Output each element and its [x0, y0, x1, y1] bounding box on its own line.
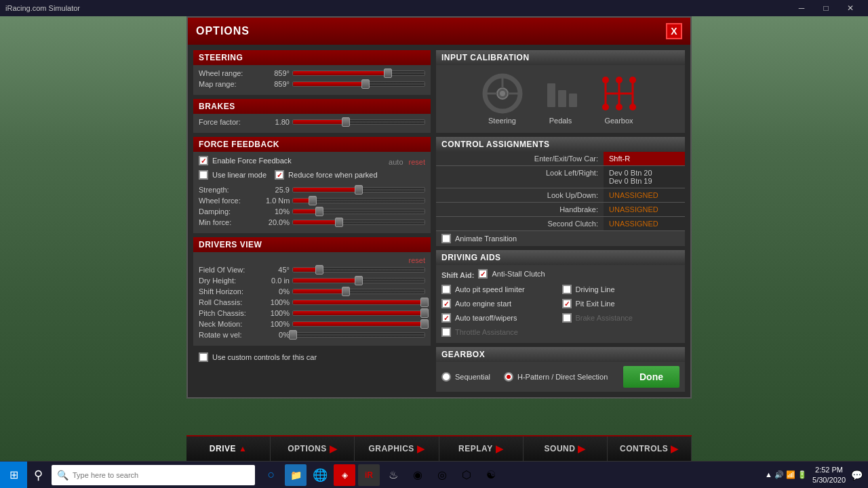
dry-height-slider[interactable] — [292, 278, 425, 283]
pitch-chassis-slider[interactable] — [292, 310, 425, 316]
reduce-force-checkbox[interactable] — [275, 170, 284, 180]
wheel-range-slider[interactable] — [292, 70, 425, 76]
anti-stall-label: Anti-Stall Clutch — [492, 270, 545, 278]
driving-line-checkbox[interactable] — [562, 285, 572, 294]
brake-assist-row: Brake Assistance — [562, 313, 680, 323]
nav-drive[interactable]: DRIVE ▲ — [186, 436, 271, 461]
taskbar-app2-icon[interactable]: ◉ — [407, 464, 429, 486]
damping-row: Damping: 10% — [199, 207, 425, 216]
auto-tearoff-checkbox[interactable] — [441, 313, 451, 323]
nav-graphics[interactable]: GRAPHICS ▶ — [355, 436, 439, 461]
hpattern-label: H-Pattern / Direct Selection — [517, 373, 608, 381]
damping-slider[interactable] — [292, 209, 425, 214]
input-cal-header: INPUT CALIBRATION — [436, 50, 685, 65]
wheel-force-slider[interactable] — [292, 198, 425, 203]
nav-sound[interactable]: SOUND ▶ — [524, 436, 608, 461]
table-row: Enter/Exit/Tow Car: Shft-R — [436, 152, 685, 166]
ff-reset-button[interactable]: reset — [409, 158, 425, 166]
nav-options[interactable]: OPTIONS ▶ — [271, 436, 355, 461]
taskbar-iracing-icon[interactable]: iR — [358, 464, 380, 486]
pedals-cal-button[interactable]: Pedals — [534, 70, 587, 127]
auto-pit-checkbox[interactable] — [441, 285, 451, 294]
nav-drive-label: DRIVE — [210, 444, 236, 453]
assignment-value[interactable]: Shft-R — [604, 152, 685, 165]
brake-assist-checkbox[interactable] — [562, 313, 572, 323]
sequential-label: Sequential — [455, 373, 490, 381]
brakes-section: BRAKES Force factor: 1.80 — [193, 99, 431, 133]
nav-controls[interactable]: CONTROLS ▶ — [608, 436, 692, 461]
input-cal-body: Steering Pedals — [436, 65, 685, 133]
sequential-radio[interactable] — [441, 372, 451, 382]
gearbox-cal-button[interactable]: Gearbox — [593, 70, 646, 127]
search-input[interactable] — [73, 471, 250, 479]
maximize-button[interactable]: □ — [814, 0, 838, 16]
search-icon: ⚲ — [27, 464, 49, 486]
dialog-close-button[interactable]: X — [666, 23, 682, 39]
dialog-title: OPTIONS — [196, 25, 250, 37]
taskbar-app3-icon[interactable]: ◎ — [431, 464, 453, 486]
animate-transition-row: Animate Transition — [436, 231, 685, 246]
notification-icon[interactable]: 💬 — [851, 470, 863, 481]
assignment-value[interactable]: Dev 0 Btn 20Dev 0 Btn 19 — [604, 166, 685, 188]
pit-exit-checkbox[interactable] — [562, 299, 572, 308]
shift-horizon-slider[interactable] — [292, 289, 425, 294]
minimize-button[interactable]: ─ — [789, 0, 814, 16]
wheel-force-value: 1.0 Nm — [266, 197, 290, 205]
dry-height-row: Dry Height: 0.0 in — [199, 277, 425, 285]
drivers-view-reset-button[interactable]: reset — [199, 256, 425, 264]
table-row: Handbrake: UNASSIGNED — [436, 203, 685, 217]
neck-motion-slider[interactable] — [292, 321, 425, 327]
fov-slider[interactable] — [292, 267, 425, 272]
shift-horizon-value: 0% — [266, 287, 290, 296]
drivers-view-body: reset Field Of View: 45° Dry Height: 0.0… — [193, 252, 431, 346]
auto-engine-checkbox[interactable] — [441, 299, 451, 308]
linear-mode-checkbox[interactable] — [199, 170, 208, 180]
map-range-row: Map range: 859° — [199, 80, 425, 88]
taskbar-app1-icon[interactable]: ◈ — [334, 464, 355, 486]
auto-pit-label: Auto pit speed limiter — [455, 285, 525, 293]
steering-cal-button[interactable]: Steering — [476, 70, 529, 127]
animate-transition-checkbox[interactable] — [441, 234, 451, 243]
nav-replay[interactable]: REPLAY ▶ — [439, 436, 524, 461]
steering-section: STEERING Wheel range: 859° Map range: 85… — [193, 50, 431, 95]
taskbar-cortana-icon[interactable]: ○ — [260, 464, 282, 486]
pitch-chassis-row: Pitch Chassis: 100% — [199, 309, 425, 317]
strength-value: 25.9 — [266, 186, 290, 194]
map-range-slider[interactable] — [292, 81, 425, 87]
svg-rect-7 — [558, 90, 566, 107]
window-controls: ─ □ ✕ — [789, 0, 863, 16]
table-row: Second Clutch: UNASSIGNED — [436, 217, 685, 231]
hpattern-radio[interactable] — [504, 372, 513, 382]
anti-stall-checkbox[interactable] — [478, 269, 488, 279]
nav-options-label: OPTIONS — [288, 444, 327, 453]
fov-row: Field Of View: 45° — [199, 266, 425, 274]
strength-slider[interactable] — [292, 187, 425, 192]
assignment-value[interactable]: UNASSIGNED — [604, 188, 685, 202]
date-display: 5/30/2020 — [812, 475, 846, 485]
custom-controls-checkbox[interactable] — [199, 352, 208, 362]
start-button[interactable]: ⊞ — [0, 462, 27, 489]
taskbar-steam-icon[interactable]: ♨ — [382, 464, 404, 486]
replay-arrow-icon: ▶ — [496, 443, 504, 454]
taskbar-app5-icon[interactable]: ☯ — [480, 464, 502, 486]
sequential-row: Sequential — [441, 372, 490, 382]
taskbar-chrome-icon[interactable]: 🌐 — [309, 464, 331, 486]
assignment-value[interactable]: UNASSIGNED — [604, 203, 685, 216]
throttle-assist-checkbox[interactable] — [441, 327, 451, 337]
dialog-content: STEERING Wheel range: 859° Map range: 85… — [188, 45, 690, 397]
roll-chassis-slider[interactable] — [292, 300, 425, 305]
strength-label: Strength: — [199, 186, 263, 194]
assignment-value[interactable]: UNASSIGNED — [604, 217, 685, 230]
taskbar-explorer-icon[interactable]: 📁 — [285, 464, 307, 486]
min-force-slider[interactable] — [292, 220, 425, 225]
done-button[interactable]: Done — [623, 366, 679, 388]
force-factor-slider[interactable] — [292, 119, 425, 125]
taskbar-app4-icon[interactable]: ⬡ — [456, 464, 477, 486]
linear-mode-row: Use linear mode — [199, 170, 267, 180]
taskbar-search-box[interactable]: 🔍 — [52, 465, 255, 485]
nav-graphics-label: GRAPHICS — [369, 444, 414, 453]
window-close-button[interactable]: ✕ — [838, 0, 863, 16]
throttle-assist-label: Throttle Assistance — [455, 328, 518, 336]
rotate-vel-slider[interactable] — [292, 332, 425, 338]
enable-ff-checkbox[interactable] — [199, 156, 208, 165]
